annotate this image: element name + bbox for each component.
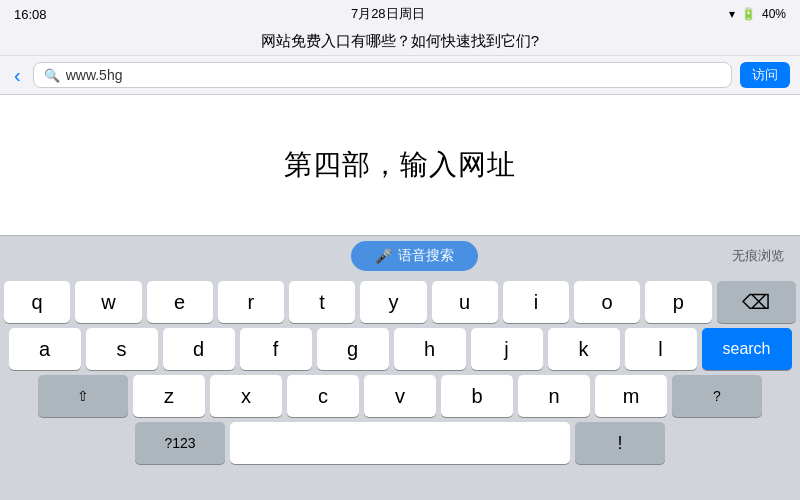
key-m[interactable]: m (595, 375, 667, 417)
battery-icon: 🔋 (741, 7, 756, 21)
incognito-label: 无痕浏览 (732, 247, 784, 265)
key-u[interactable]: u (432, 281, 498, 323)
wifi-icon: ▾ (729, 7, 735, 21)
key-i[interactable]: i (503, 281, 569, 323)
key-z[interactable]: z (133, 375, 205, 417)
key-d[interactable]: d (163, 328, 235, 370)
keyboard-row-3: ⇧ z x c v b n m ? (4, 375, 796, 417)
key-l[interactable]: l (625, 328, 697, 370)
keyboard-row-2: a s d f g h j k l search (4, 328, 796, 370)
article-title: 网站免费入口有哪些？如何快速找到它们? (0, 28, 800, 56)
lock-icon: 🔍 (44, 68, 60, 83)
key-s[interactable]: s (86, 328, 158, 370)
status-icons: ▾ 🔋 40% (729, 7, 786, 21)
back-button[interactable]: ‹ (10, 64, 25, 87)
keyboard-row-1: q w e r t y u i o p ⌫ (4, 281, 796, 323)
key-g[interactable]: g (317, 328, 389, 370)
key-w[interactable]: w (75, 281, 141, 323)
more-key[interactable]: ! (575, 422, 665, 464)
key-b[interactable]: b (441, 375, 513, 417)
status-date: 7月28日周日 (351, 5, 425, 23)
key-o[interactable]: o (574, 281, 640, 323)
key-n[interactable]: n (518, 375, 590, 417)
keyboard-row-4: ?123 ! (4, 422, 796, 464)
key-r[interactable]: r (218, 281, 284, 323)
delete-key[interactable]: ⌫ (717, 281, 797, 323)
key-c[interactable]: c (287, 375, 359, 417)
content-area: 第四部，输入网址 (0, 95, 800, 235)
voice-search-label: 语音搜索 (398, 247, 454, 265)
key-a[interactable]: a (9, 328, 81, 370)
visit-button[interactable]: 访问 (740, 62, 790, 88)
keyboard-top-bar: 🎤 语音搜索 无痕浏览 (0, 235, 800, 275)
address-input[interactable] (66, 67, 721, 83)
search-key[interactable]: search (702, 328, 792, 370)
keyboard: q w e r t y u i o p ⌫ a s d f g h j k l … (0, 275, 800, 473)
key-y[interactable]: y (360, 281, 426, 323)
address-input-wrap: 🔍 (33, 62, 732, 88)
key-t[interactable]: t (289, 281, 355, 323)
key-e[interactable]: e (147, 281, 213, 323)
content-title: 第四部，输入网址 (284, 146, 516, 184)
battery-label: 40% (762, 7, 786, 21)
address-bar: ‹ 🔍 访问 (0, 56, 800, 95)
key-h[interactable]: h (394, 328, 466, 370)
key-x[interactable]: x (210, 375, 282, 417)
status-bar: 16:08 7月28日周日 ▾ 🔋 40% (0, 0, 800, 28)
numbers-key[interactable]: ?123 (135, 422, 225, 464)
key-q[interactable]: q (4, 281, 70, 323)
shift-key[interactable]: ⇧ (38, 375, 128, 417)
question-key[interactable]: ? (672, 375, 762, 417)
voice-search-button[interactable]: 🎤 语音搜索 (351, 241, 478, 271)
key-p[interactable]: p (645, 281, 711, 323)
key-k[interactable]: k (548, 328, 620, 370)
key-f[interactable]: f (240, 328, 312, 370)
space-key[interactable] (230, 422, 570, 464)
key-j[interactable]: j (471, 328, 543, 370)
status-time: 16:08 (14, 7, 47, 22)
key-v[interactable]: v (364, 375, 436, 417)
microphone-icon: 🎤 (375, 248, 392, 264)
